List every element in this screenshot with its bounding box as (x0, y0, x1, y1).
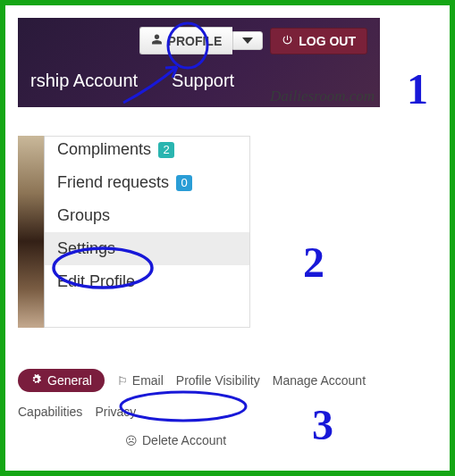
menu-label: Groups (57, 206, 110, 225)
menu-label: Compliments (57, 140, 151, 159)
step3-row2: ☹ Delete Account (18, 433, 441, 447)
avatar-sliver (18, 136, 45, 328)
menu-item-edit-profile[interactable]: Edit Profile (45, 265, 249, 298)
tab-label: Profile Visibility (176, 373, 260, 388)
tab-capabilities[interactable]: Capabilities (18, 405, 82, 419)
step2-panel: Compliments 2 Friend requests 0 Groups S… (18, 136, 450, 328)
step-number-1: 1 (407, 64, 428, 113)
tab-label: Delete Account (142, 433, 226, 447)
profile-dropdown-menu: Compliments 2 Friend requests 0 Groups S… (45, 136, 250, 328)
profile-button[interactable]: PROFILE (139, 27, 233, 54)
caret-down-icon (242, 38, 253, 44)
tab-label: Capabilities (18, 405, 82, 419)
logout-button[interactable]: LOG OUT (270, 28, 367, 54)
nav-membership-account[interactable]: rship Account (30, 71, 138, 91)
badge-compliments: 2 (158, 142, 174, 158)
badge-friend-requests: 0 (176, 175, 192, 191)
step3-tabs: General ⚐ Email Profile Visibility Manag… (18, 369, 441, 447)
menu-label: Edit Profile (57, 272, 135, 291)
menu-label: Friend requests (57, 173, 169, 192)
menu-item-settings[interactable]: Settings (45, 232, 249, 265)
tab-label: Email (132, 373, 164, 388)
tab-label: General (47, 373, 92, 388)
step-number-2: 2 (303, 238, 324, 287)
tab-delete-account[interactable]: ☹ Delete Account (125, 433, 226, 447)
tab-profile-visibility[interactable]: Profile Visibility (176, 373, 260, 388)
profile-dropdown-toggle[interactable] (232, 31, 263, 50)
nav-support[interactable]: Support (172, 71, 234, 91)
tab-privacy[interactable]: Privacy (95, 405, 136, 419)
menu-item-friend-requests[interactable]: Friend requests 0 (45, 166, 249, 199)
menu-item-compliments[interactable]: Compliments 2 (45, 137, 249, 166)
logout-label: LOG OUT (299, 34, 356, 48)
watermark-text: Dailiesroom.com (265, 86, 380, 107)
tab-label: Manage Account (273, 373, 366, 388)
step1-header-panel: PROFILE LOG OUT rship Account Support Da… (18, 18, 380, 107)
tab-general[interactable]: General (18, 369, 105, 392)
gears-icon (30, 373, 42, 388)
profile-label: PROFILE (168, 34, 223, 48)
flag-icon: ⚐ (117, 374, 128, 388)
power-icon (282, 34, 293, 48)
tab-email[interactable]: ⚐ Email (117, 373, 164, 388)
sad-face-icon: ☹ (125, 434, 138, 447)
user-icon (151, 33, 163, 48)
step-number-3: 3 (312, 400, 333, 449)
menu-label: Settings (57, 239, 115, 258)
svg-point-2 (121, 392, 246, 421)
step1-toolbar: PROFILE LOG OUT (18, 18, 380, 71)
menu-item-groups[interactable]: Groups (45, 199, 249, 232)
tab-manage-account[interactable]: Manage Account (273, 373, 366, 388)
tab-label: Privacy (95, 405, 136, 419)
